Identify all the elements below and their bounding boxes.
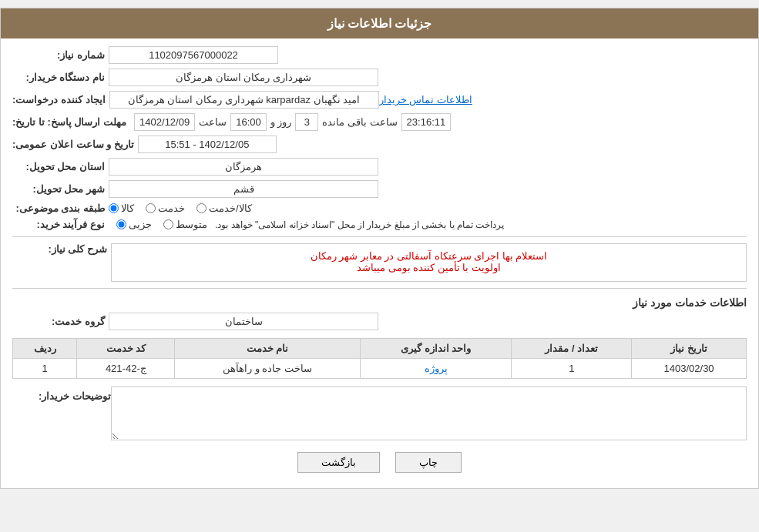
services-table: تاریخ نیاز تعداد / مقدار واحد اندازه گیر…: [12, 338, 747, 379]
process-partial-radio[interactable]: [116, 219, 126, 229]
deadline-days-label: روز و: [270, 116, 292, 128]
category-goods-service-radio[interactable]: [196, 203, 207, 213]
need-number-label: شماره نیاز:: [12, 49, 105, 61]
col-date: تاریخ نیاز: [632, 339, 747, 359]
process-medium-radio[interactable]: [163, 219, 173, 229]
need-description-box: استعلام بها اجرای سرعتکاه آسفالتی در معا…: [111, 243, 747, 282]
process-medium-label: متوسط: [176, 219, 207, 230]
contact-link[interactable]: اطلاعات تماس خریدار: [379, 94, 472, 105]
col-unit: واحد اندازه گیری: [361, 339, 512, 359]
deadline-days: 3: [295, 113, 318, 131]
buyer-notes-label: توضیحات خریدار:: [18, 386, 111, 402]
category-service-label: خدمت: [158, 202, 185, 214]
page-title: جزئیات اطلاعات نیاز: [1, 8, 758, 38]
deadline-remaining: 23:16:11: [401, 113, 452, 131]
cell-row: 1: [13, 359, 77, 379]
buyer-notes-textarea[interactable]: [111, 386, 747, 440]
cell-code: ج-42-421: [77, 359, 175, 379]
back-button[interactable]: بازگشت: [297, 452, 380, 473]
category-goods-radio[interactable]: [109, 203, 119, 213]
cell-unit: پروژه: [361, 359, 512, 379]
public-announce-label: تاریخ و ساعت اعلان عمومی:: [12, 139, 134, 150]
service-group-label: گروه خدمت:: [12, 316, 105, 327]
process-type-label: نوع فرآیند خرید:: [12, 219, 105, 230]
process-partial-label: جزیی: [129, 219, 152, 230]
deadline-time: 16:00: [230, 113, 267, 131]
cell-date: 1403/02/30: [632, 359, 747, 379]
buyer-org-value: شهرداری رمکان استان هرمزگان: [109, 69, 378, 86]
creator-value: امید نگهبان karpardaz شهرداری رمکان استا…: [109, 91, 379, 109]
col-qty: تعداد / مقدار: [512, 339, 632, 359]
category-label: طبقه بندی موضوعی:: [12, 202, 105, 214]
category-goods-service-label: کالا/خدمت: [209, 202, 252, 214]
delivery-city-label: شهر محل تحویل:: [12, 183, 105, 195]
category-service-radio[interactable]: [146, 203, 156, 213]
buyer-org-label: نام دستگاه خریدار:: [12, 72, 105, 83]
process-note: پرداخت تمام یا بخشی از مبلغ خریدار از مح…: [215, 219, 504, 230]
public-announce-value: 1402/12/05 - 15:51: [138, 136, 277, 153]
need-description-line2: اولویت با تأمین کننده بومی میباشد: [118, 262, 740, 273]
deadline-label: مهلت ارسال پاسخ: تا تاریخ:: [12, 116, 126, 128]
delivery-province-value: هرمزگان: [109, 158, 378, 176]
deadline-remaining-label: ساعت باقی مانده: [322, 116, 397, 128]
cell-name: ساخت جاده و راهآهن: [175, 359, 361, 379]
cell-qty: 1: [512, 359, 632, 379]
need-number-value: 1102097567000022: [109, 46, 278, 64]
deadline-date: 1402/12/09: [134, 113, 195, 131]
delivery-province-label: استان محل تحویل:: [12, 161, 105, 172]
need-description-line1: استعلام بها اجرای سرعتکاه آسفالتی در معا…: [118, 250, 740, 262]
col-code: کد خدمت: [77, 339, 175, 359]
col-name: نام خدمت: [175, 339, 361, 359]
category-group: کالا/خدمت خدمت کالا: [109, 202, 252, 214]
service-group-value: ساختمان: [109, 313, 378, 330]
creator-label: ایجاد کننده درخواست:: [12, 94, 106, 105]
category-goods-label: کالا: [121, 202, 134, 214]
col-row: ردیف: [13, 339, 77, 359]
table-row: 1403/02/30 1 پروژه ساخت جاده و راهآهن ج-…: [13, 359, 747, 379]
need-description-label: شرح کلی نیاز:: [18, 243, 111, 255]
process-group: متوسط جزیی: [116, 219, 207, 230]
delivery-city-value: قشم: [109, 180, 378, 198]
deadline-time-label: ساعت: [199, 116, 227, 128]
print-button[interactable]: چاپ: [395, 452, 462, 473]
services-section-title: اطلاعات خدمات مورد نیاز: [12, 296, 747, 309]
